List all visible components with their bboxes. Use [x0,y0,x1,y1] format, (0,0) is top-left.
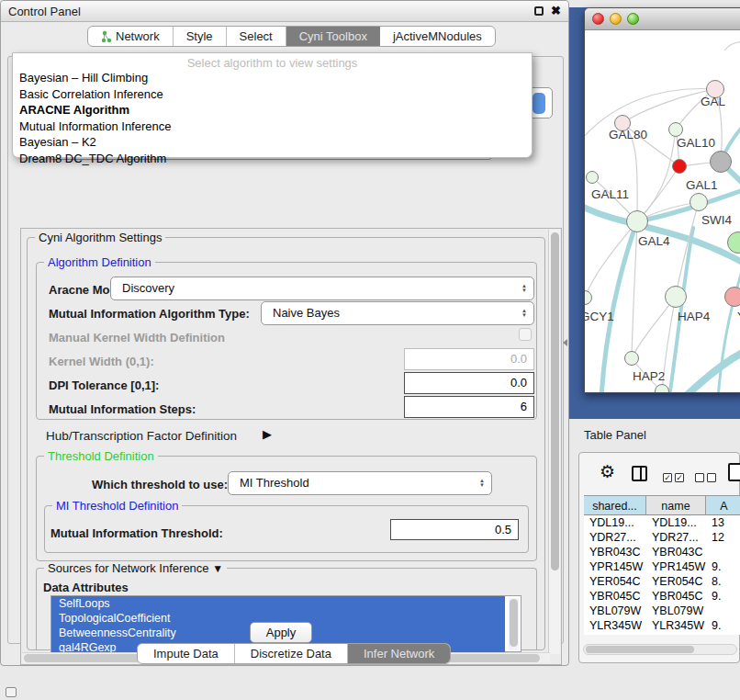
tab-cyni-toolbox[interactable]: Cyni Toolbox [286,27,380,46]
table-cell: YDL19... [652,516,697,529]
data-attributes-label: Data Attributes [43,581,129,594]
table-cell: 8. [712,575,721,588]
attribute-item[interactable]: SelfLoops [51,596,505,611]
table-row[interactable]: YER054CYER054C8. [584,575,740,590]
table-row[interactable]: YBR045CYBR045C9. [584,590,740,604]
document-icon[interactable] [728,463,740,481]
mi-steps-input[interactable]: 6 [404,396,534,418]
column-header-3[interactable]: A [706,495,740,515]
minimized-panel-icon[interactable] [6,687,17,697]
network-canvas[interactable]: GALGAL80GAL10GAL1GAL11SWI4GAL4GCY1HAP4YH… [585,30,740,393]
tab-jactivemnodules[interactable]: jActiveMNodules [380,27,495,46]
network-node-gal1[interactable] [672,159,687,174]
tab-label: Cyni Toolbox [299,29,367,43]
node-table[interactable]: shared...nameA YDL19...YDL19...13YDR27..… [584,495,740,635]
tab-select[interactable]: Select [227,27,286,46]
settings-vscrollbar[interactable] [548,230,560,654]
node-label: GAL80 [609,128,647,141]
manual-kernel-label: Manual Kernel Width Definition [49,331,225,344]
table-row[interactable]: YDR27...YDR27...12 [584,531,740,546]
network-node-gal11[interactable] [586,171,599,184]
network-node-hap2[interactable] [624,351,639,366]
dropdown-item[interactable]: Dream8 DC_TDC Algorithm [13,151,532,167]
dropdown-item[interactable]: ARACNE Algorithm [13,102,532,119]
apply-button[interactable]: Apply [250,622,312,643]
panel-title: Control Panel [8,5,81,18]
scrollbar-thumb[interactable] [586,646,694,653]
mi-threshold-definition-title: MI Threshold Definition [52,499,182,513]
table-row[interactable]: YBR043CYBR043C [584,546,740,560]
table-cell: YIL052C [589,634,634,635]
tab-impute-data[interactable]: Impute Data [138,644,235,663]
network-node-gal10[interactable] [668,122,683,137]
minimize-traffic-light-icon[interactable] [610,13,622,25]
table-row[interactable]: YPR145WYPR145W9. [584,560,740,575]
tab-network[interactable]: Network [88,27,174,46]
gear-icon[interactable]: ⚙ [600,461,615,482]
dropdown-item[interactable]: Bayesian – K2 [13,134,532,151]
cyni-algorithm-settings-group: Cyni Algorithm Settings Algorithm Defini… [27,237,545,650]
table-row[interactable]: YIL052CYIL052C9. [584,634,740,635]
node-label: GAL1 [686,178,718,192]
column-header-2[interactable]: name [646,495,706,515]
float-window-icon[interactable] [534,6,544,16]
mi-threshold-input[interactable]: 0.5 [390,519,519,540]
aracne-mode-combo[interactable]: Discovery ▲▼ [110,277,534,300]
threshold-definition-title: Threshold Definition [44,449,158,463]
tab-infer-network[interactable]: Infer Network [348,644,450,663]
node-label: SWI4 [701,213,732,227]
combo-focus-stepper[interactable] [533,93,545,114]
table-cell: 9. [712,560,721,573]
network-node-swi4[interactable] [690,193,708,211]
hub-definition-label[interactable]: Hub/Transcription Factor Definition [46,429,237,443]
table-cell: YBL079W [652,604,703,617]
table-cell: 9. [712,590,721,603]
table-hscrollbar[interactable] [583,644,737,655]
table-cell: 12 [712,531,724,544]
network-window: GALGAL80GAL10GAL1GAL11SWI4GAL4GCY1HAP4YH… [584,7,740,393]
network-node-y[interactable] [724,287,740,307]
dpi-tolerance-label: DPI Tolerance [0,1]: [49,378,159,392]
collapse-arrow-icon[interactable]: ▼ [212,562,223,575]
dropdown-item[interactable]: Bayesian – Hill Climbing [13,70,532,86]
algorithm-definition-title: Algorithm Definition [44,255,155,269]
checked-boxes-icon[interactable]: ✓✓ [663,469,687,485]
dropdown-item[interactable]: Mutual Information Inference [13,119,532,135]
close-icon[interactable]: ✖ [551,4,561,17]
splitter-collapse-icon[interactable] [563,339,567,346]
dropdown-item[interactable]: Basic Correlation Inference [13,86,532,103]
expand-arrow-icon[interactable]: ▶ [263,427,272,441]
table-cell: YBR045C [589,590,641,603]
kernel-width-label: Kernel Width (0,1): [49,355,154,368]
list-scrollbar[interactable] [509,598,519,650]
column-header-1[interactable]: shared... [584,495,646,515]
node-label: GAL [701,95,725,108]
node-label: HAP2 [633,369,665,383]
network-node[interactable] [710,151,732,173]
table-row[interactable]: YLR345WYLR345W9. [584,619,740,634]
table-cell: YBL079W [589,604,641,617]
column-split-icon[interactable] [632,466,647,481]
zoom-traffic-light-icon[interactable] [627,13,639,25]
kernel-width-input[interactable]: 0.0 [404,348,534,370]
unchecked-boxes-icon[interactable] [695,469,719,485]
network-node-gal4[interactable] [626,210,648,232]
stepper-icon: ▲▼ [521,309,527,318]
dropdown-placeholder: Select algorithm to view settings [13,53,532,70]
table-cell: YLR345W [652,619,704,632]
network-node[interactable] [655,384,669,393]
which-threshold-combo[interactable]: MI Threshold ▲▼ [228,471,492,495]
manual-kernel-checkbox[interactable] [519,328,532,341]
close-traffic-light-icon[interactable] [592,13,604,25]
table-cell: YER054C [652,575,703,588]
scrollbar-thumb[interactable] [551,232,559,570]
network-node-hap4[interactable] [665,286,687,308]
table-cell: YER054C [589,575,641,588]
table-row[interactable]: YDL19...YDL19...13 [584,516,740,531]
mi-type-combo[interactable]: Naive Bayes ▲▼ [261,301,534,325]
tab-style[interactable]: Style [174,27,227,46]
tab-discretize-data[interactable]: Discretize Data [235,644,348,663]
table-row[interactable]: YBL079WYBL079W [584,604,740,619]
table-cell: YBR045C [652,590,703,603]
dpi-tolerance-input[interactable]: 0.0 [404,372,534,394]
